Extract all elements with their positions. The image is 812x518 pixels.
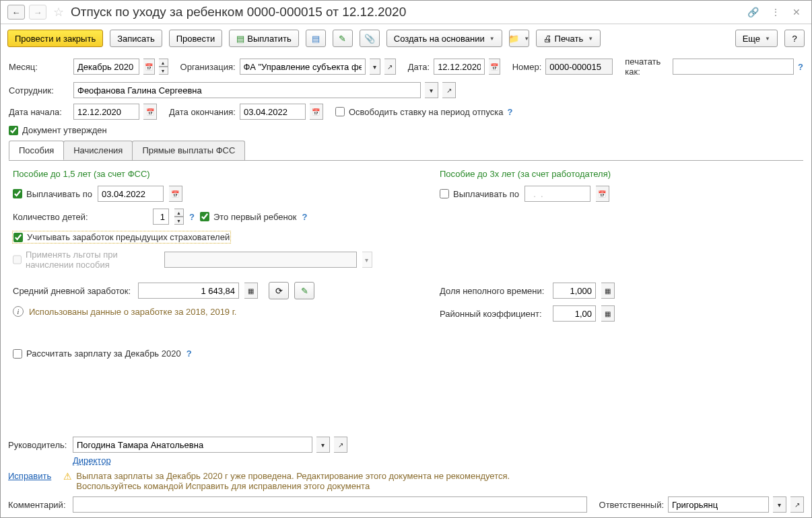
number-label: Номер: xyxy=(512,62,542,72)
pay-until-label: Выплачивать по xyxy=(26,189,92,199)
tab-accruals[interactable]: Начисления xyxy=(63,141,133,160)
avg-daily-calc-icon[interactable]: ▦ xyxy=(244,283,258,299)
part-time-input[interactable] xyxy=(553,283,596,299)
number-input[interactable] xyxy=(545,59,613,75)
month-input[interactable] xyxy=(73,59,139,75)
benefits-tab-content: Пособие до 1,5 лет (за счет ФСС) Выплачи… xyxy=(9,161,803,373)
district-calc-icon[interactable]: ▦ xyxy=(601,305,615,322)
manager-input[interactable] xyxy=(73,437,312,453)
benefit-type-dropdown: ▾ xyxy=(362,252,373,268)
district-coef-label: Районный коэффициент: xyxy=(440,309,547,319)
month-up-button[interactable]: ▲ xyxy=(159,59,168,67)
date-input[interactable] xyxy=(434,59,485,75)
help-button[interactable]: ? xyxy=(784,30,805,47)
years-used-info: Использованы данные о заработке за 2018,… xyxy=(29,307,236,317)
employee-input[interactable] xyxy=(73,82,421,98)
employee-dropdown-button[interactable]: ▾ xyxy=(425,82,438,98)
warning-line2: Воспользуйтесь командой Исправить для ис… xyxy=(76,481,510,491)
manager-position-link[interactable]: Директор xyxy=(73,455,111,466)
tab-benefits[interactable]: Пособия xyxy=(9,141,64,160)
edit-earning-button[interactable]: ✎ xyxy=(294,282,314,299)
first-child-help-icon[interactable]: ? xyxy=(302,212,308,222)
warning-line1: Выплата зарплаты за Декабрь 2020 г уже п… xyxy=(76,471,510,481)
attachment-icon-button[interactable]: 📎 xyxy=(360,30,380,47)
chevron-down-icon: ▼ xyxy=(588,36,593,42)
children-count-label: Количество детей: xyxy=(13,212,147,222)
window-title: Отпуск по уходу за ребенком 0000-000015 … xyxy=(71,5,739,20)
print-as-help-icon[interactable]: ? xyxy=(798,62,803,72)
first-child-checkbox[interactable]: Это первый ребенок xyxy=(200,212,297,222)
responsible-open-button[interactable]: ↗ xyxy=(790,496,804,513)
children-help-icon[interactable]: ? xyxy=(189,212,195,222)
employer-benefit-title: Пособие до 3х лет (за счет работодателя) xyxy=(440,169,799,179)
nav-forward-button[interactable]: → xyxy=(29,5,46,20)
responsible-dropdown-button[interactable]: ▾ xyxy=(773,496,786,513)
refresh-button[interactable]: ⟳ xyxy=(269,282,289,299)
employee-label: Сотрудник: xyxy=(9,85,69,96)
pay-until-checkbox[interactable]: Выплачивать по xyxy=(13,189,92,199)
org-input[interactable] xyxy=(240,59,366,75)
responsible-input[interactable] xyxy=(668,496,769,513)
prev-insurers-checkbox[interactable]: Учитывать заработок предыдущих страховат… xyxy=(13,231,230,243)
favorite-star-icon[interactable]: ☆ xyxy=(53,5,64,20)
menu-dots-icon[interactable]: ⋮ xyxy=(767,7,784,17)
pay-until-calendar-icon[interactable]: 📅 xyxy=(169,186,182,202)
date-calendar-icon[interactable]: 📅 xyxy=(489,59,500,75)
print-as-input[interactable] xyxy=(673,59,794,75)
calc-salary-label: Рассчитать зарплату за Декабрь 2020 xyxy=(26,348,181,359)
prev-insurers-label: Учитывать заработок предыдущих страховат… xyxy=(27,232,230,242)
pay-until-3y-label: Выплачивать по xyxy=(453,189,519,199)
start-date-input[interactable] xyxy=(73,104,139,120)
end-date-label: Дата окончания: xyxy=(169,107,236,117)
start-calendar-icon[interactable]: 📅 xyxy=(143,104,157,120)
post-button[interactable]: Провести xyxy=(169,30,223,47)
org-open-button[interactable]: ↗ xyxy=(384,59,396,75)
children-count-input[interactable] xyxy=(153,209,169,225)
employee-open-button[interactable]: ↗ xyxy=(442,82,456,98)
tab-fss-direct[interactable]: Прямые выплаты ФСС xyxy=(132,141,245,160)
approved-checkbox[interactable]: Документ утвержден xyxy=(9,125,107,135)
folder-arrow-button[interactable]: 📁▼ xyxy=(509,30,529,47)
part-time-calc-icon[interactable]: ▦ xyxy=(601,283,615,299)
link-icon[interactable]: 🔗 xyxy=(743,7,763,17)
pay-button[interactable]: ▤Выплатить xyxy=(229,30,299,47)
pay-until-3y-calendar-icon[interactable]: 📅 xyxy=(596,186,609,202)
fix-link[interactable]: Исправить xyxy=(8,471,51,481)
calc-salary-checkbox[interactable]: Рассчитать зарплату за Декабрь 2020 xyxy=(13,348,181,359)
printer-icon: 🖨 xyxy=(543,34,552,44)
month-down-button[interactable]: ▼ xyxy=(159,67,168,75)
end-calendar-icon[interactable]: 📅 xyxy=(310,104,323,120)
end-date-input[interactable] xyxy=(240,104,306,120)
more-button[interactable]: Еще▼ xyxy=(735,30,778,47)
create-based-on-button[interactable]: Создать на основании▼ xyxy=(386,30,502,47)
calc-salary-help-icon[interactable]: ? xyxy=(187,348,192,359)
release-help-icon[interactable]: ? xyxy=(507,107,512,117)
pencil-icon-button[interactable]: ✎ xyxy=(333,30,353,47)
manager-open-button[interactable]: ↗ xyxy=(334,437,347,453)
avg-daily-label: Средний дневной заработок: xyxy=(13,286,133,296)
doc-icon-button[interactable]: ▤ xyxy=(306,30,326,47)
org-label: Организация: xyxy=(180,62,236,72)
org-dropdown-button[interactable]: ▾ xyxy=(370,59,381,75)
responsible-label: Ответственный: xyxy=(599,500,664,510)
district-coef-input[interactable] xyxy=(553,305,596,322)
pay-until-3y-date-input[interactable] xyxy=(525,186,590,202)
avg-daily-input[interactable] xyxy=(138,283,239,299)
month-label: Месяц: xyxy=(9,62,69,72)
calendar-icon[interactable]: 📅 xyxy=(143,59,155,75)
pay-until-date-input[interactable] xyxy=(98,186,164,202)
print-label: Печать xyxy=(555,34,584,44)
release-rate-checkbox[interactable]: Освободить ставку на период отпуска xyxy=(335,107,504,117)
tabs-bar: Пособия Начисления Прямые выплаты ФСС xyxy=(9,141,803,161)
children-up-button[interactable]: ▲ xyxy=(174,209,184,217)
print-button[interactable]: 🖨Печать▼ xyxy=(536,30,601,47)
first-child-label: Это первый ребенок xyxy=(213,212,297,222)
close-icon[interactable]: ✕ xyxy=(788,7,805,17)
pay-until-3y-checkbox[interactable]: Выплачивать по xyxy=(440,189,519,199)
comment-input[interactable] xyxy=(73,496,587,513)
children-down-button[interactable]: ▼ xyxy=(174,217,184,225)
manager-dropdown-button[interactable]: ▾ xyxy=(316,437,330,453)
write-button[interactable]: Записать xyxy=(110,30,162,47)
post-and-close-button[interactable]: Провести и закрыть xyxy=(7,30,103,47)
nav-back-button[interactable]: ← xyxy=(7,5,25,20)
